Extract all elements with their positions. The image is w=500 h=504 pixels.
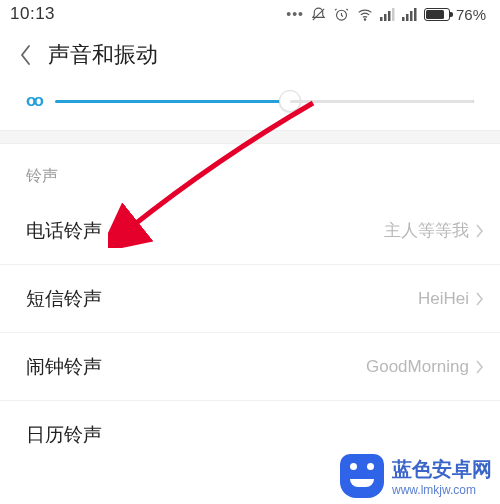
svg-rect-3 [380,17,383,21]
svg-rect-4 [384,14,387,21]
wifi-icon [356,6,374,23]
svg-rect-7 [402,17,405,21]
more-icon: ••• [286,6,304,22]
slider-thumb[interactable] [279,90,301,112]
volume-icon: oo [26,91,41,111]
list-item-alarm-ringtone[interactable]: 闹钟铃声 GoodMorning [0,333,500,401]
svg-rect-8 [406,14,409,21]
battery-icon [424,8,450,21]
list-item-sms-ringtone[interactable]: 短信铃声 HeiHei [0,265,500,333]
battery-percent: 76% [456,6,486,23]
section-spacer [0,130,500,144]
chevron-right-icon [475,223,484,239]
volume-slider[interactable] [55,100,474,103]
section-header-ringtones: 铃声 [0,144,500,197]
svg-point-2 [364,18,365,19]
svg-rect-9 [410,11,413,21]
item-label: 短信铃声 [26,286,102,312]
item-value: HeiHei [418,289,469,309]
list-item-phone-ringtone[interactable]: 电话铃声 主人等等我 [0,197,500,265]
item-label: 闹钟铃声 [26,354,102,380]
signal-icon-2 [402,8,418,21]
watermark: 蓝色安卓网 www.lmkjw.com [340,454,492,498]
item-label: 电话铃声 [26,218,102,244]
status-icons: ••• 76% [286,6,486,23]
volume-slider-row: oo [0,82,500,130]
page-title: 声音和振动 [48,40,158,70]
page-header: 声音和振动 [0,28,500,82]
watermark-url: www.lmkjw.com [392,483,492,497]
back-button[interactable] [6,35,46,75]
status-time: 10:13 [10,4,55,24]
watermark-logo-icon [340,454,384,498]
svg-rect-10 [414,8,417,21]
item-label: 日历铃声 [26,422,102,448]
svg-rect-5 [388,11,391,21]
watermark-title: 蓝色安卓网 [392,458,492,480]
status-bar: 10:13 ••• 76% [0,0,500,28]
chevron-right-icon [475,291,484,307]
item-value: 主人等等我 [384,219,469,242]
svg-rect-6 [392,8,395,21]
alarm-icon [333,6,350,23]
chevron-left-icon [19,44,33,66]
signal-icon-1 [380,8,396,21]
mute-icon [310,6,327,23]
chevron-right-icon [475,359,484,375]
item-value: GoodMorning [366,357,469,377]
